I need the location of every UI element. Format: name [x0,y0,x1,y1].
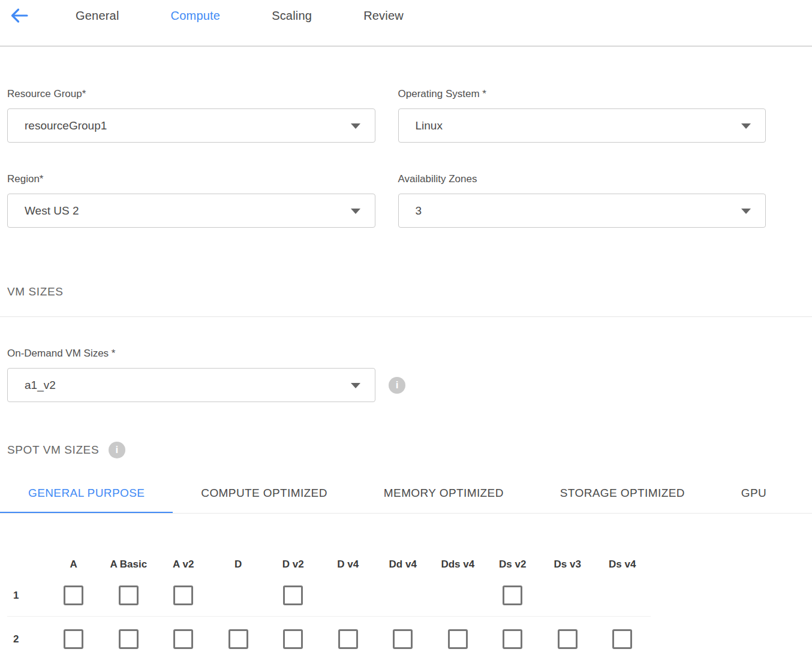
vm-cell-d-v4-row1 [321,585,376,605]
on-demand-vm-sizes-select[interactable]: a1_v2 [7,368,375,402]
spot-vm-sizes-heading-text: SPOT VM SIZES [7,443,99,457]
vm-cell-a-v2-row2 [156,629,211,649]
vm-table-row-2: 2 [7,629,812,649]
spot-vm-sizes-info-icon[interactable]: i [109,442,125,458]
vm-table-header-row: AA BasicA v2DD v2D v4Dd v4Dds v4Ds v2Ds … [7,559,812,571]
vm-size-checkbox-ds-v3-row2[interactable] [558,629,578,649]
chevron-down-icon [741,123,751,129]
vm-col-header-dds-v4: Dds v4 [431,559,486,571]
spot-tab-gpu[interactable]: GPU [713,487,795,513]
region-select[interactable]: West US 2 [7,194,375,228]
vm-col-header-ds-v2: Ds v2 [485,559,540,571]
vm-row-divider [7,616,651,617]
vm-col-header-a-v2: A v2 [156,559,211,571]
vm-cell-d-v2-row1 [266,585,321,605]
on-demand-select-value: a1_v2 [25,379,56,392]
vm-sizes-heading-text: VM SIZES [7,285,63,298]
vm-cell-dds-v4-row2 [431,629,486,649]
vm-cell-dd-v4-row2 [375,629,431,649]
vm-cell-d-v4-row2 [321,629,376,649]
resource-group-select-value: resourceGroup1 [25,119,107,132]
operating-system-label: Operating System * [398,88,766,100]
availability-zones-select[interactable]: 3 [398,194,766,228]
field-operating-system: Operating System *Linux [398,88,766,143]
vm-size-checkbox-dd-v4-row2[interactable] [393,629,413,649]
availability-zones-label: Availability Zones [398,173,766,185]
vm-cell-d-row1 [211,585,266,605]
vm-size-checkbox-ds-v4-row2[interactable] [612,629,632,649]
vm-size-checkbox-d-row2[interactable] [228,629,248,649]
spot-tab-memory-optimized[interactable]: MEMORY OPTIMIZED [356,487,532,513]
vm-size-checkbox-ds-v2-row2[interactable] [503,629,522,649]
vm-size-checkbox-d-v4-row2[interactable] [338,629,358,649]
region-label: Region* [7,173,375,185]
chevron-down-icon [351,383,360,388]
wizard-steps: GeneralComputeScalingReview [76,9,404,23]
vm-cell-a-row1 [46,585,101,605]
field-region: Region*West US 2 [7,173,375,228]
vm-size-checkbox-a-row1[interactable] [64,585,83,605]
vm-sizes-heading: VM SIZES [7,285,812,298]
vm-cell-d-row2 [211,629,266,649]
vm-cell-ds-v4-row1 [595,585,650,605]
operating-system-select[interactable]: Linux [398,108,766,143]
chevron-down-icon [351,123,360,129]
vm-cell-a-basic-row2 [101,629,157,649]
form-fields: Resource Group*resourceGroup1Operating S… [7,88,766,228]
compute-step-content: Resource Group*resourceGroup1Operating S… [0,88,812,649]
vm-size-checkbox-dds-v4-row2[interactable] [448,629,468,649]
section-divider [0,316,812,317]
vm-cell-a-v2-row1 [156,585,211,605]
vm-cell-dds-v4-row1 [431,585,486,605]
wizard-header: GeneralComputeScalingReview [0,0,812,47]
resource-group-label: Resource Group* [7,88,375,100]
vm-col-header-ds-v4: Ds v4 [595,559,650,571]
field-resource-group: Resource Group*resourceGroup1 [7,88,375,143]
vm-size-checkbox-a-basic-row2[interactable] [119,629,139,649]
on-demand-info-icon[interactable]: i [389,377,405,394]
vm-table-row-1: 1 [7,585,812,605]
vm-row-label: 2 [7,633,46,645]
vm-col-header-ds-v3: Ds v3 [540,559,596,571]
vm-col-header-d-v2: D v2 [266,559,321,571]
vm-col-header-a: A [46,559,101,571]
spot-tab-compute-optimized[interactable]: COMPUTE OPTIMIZED [173,487,356,513]
vm-col-header-a-basic: A Basic [101,559,157,571]
vm-size-checkbox-a-basic-row1[interactable] [119,585,139,605]
on-demand-label: On-Demand VM Sizes * [7,348,812,360]
wizard-step-compute[interactable]: Compute [171,9,221,23]
vm-cell-a-row2 [46,629,101,649]
wizard-step-review[interactable]: Review [363,9,404,23]
vm-col-header-dd-v4: Dd v4 [375,559,431,571]
vm-size-checkbox-d-v2-row2[interactable] [283,629,303,649]
on-demand-vm-sizes-field: On-Demand VM Sizes * a1_v2 i [7,348,812,402]
spot-tab-general-purpose[interactable]: GENERAL PURPOSE [0,487,173,513]
vm-cell-ds-v2-row1 [485,585,540,605]
field-availability-zones: Availability Zones3 [398,173,766,228]
vm-size-checkbox-ds-v2-row1[interactable] [503,585,522,605]
chevron-down-icon [351,209,360,214]
resource-group-select[interactable]: resourceGroup1 [7,108,375,143]
wizard-step-general[interactable]: General [76,9,119,23]
vm-cell-dd-v4-row1 [375,585,431,605]
spot-tab-storage-optimized[interactable]: STORAGE OPTIMIZED [532,487,713,513]
vm-size-checkbox-a-row2[interactable] [64,629,83,649]
vm-cell-ds-v3-row1 [540,585,596,605]
vm-col-header-d-v4: D v4 [321,559,376,571]
spot-vm-size-table: AA BasicA v2DD v2D v4Dd v4Dds v4Ds v2Ds … [7,559,812,649]
chevron-down-icon [741,209,751,214]
vm-cell-ds-v3-row2 [540,629,596,649]
vm-col-header-d: D [211,559,266,571]
vm-size-checkbox-a-v2-row2[interactable] [173,629,193,649]
vm-size-checkbox-d-v2-row1[interactable] [283,585,303,605]
spot-vm-sizes-heading: SPOT VM SIZES i [7,442,812,458]
vm-size-checkbox-a-v2-row1[interactable] [173,585,193,605]
vm-cell-d-v2-row2 [266,629,321,649]
vm-cell-ds-v4-row2 [595,629,650,649]
spot-vm-category-tabs: GENERAL PURPOSECOMPUTE OPTIMIZEDMEMORY O… [0,487,812,514]
vm-row-label: 1 [7,590,46,602]
wizard-step-scaling[interactable]: Scaling [272,9,312,23]
vm-cell-a-basic-row1 [101,585,157,605]
arrow-left-icon [9,6,29,25]
back-button[interactable] [6,4,32,28]
